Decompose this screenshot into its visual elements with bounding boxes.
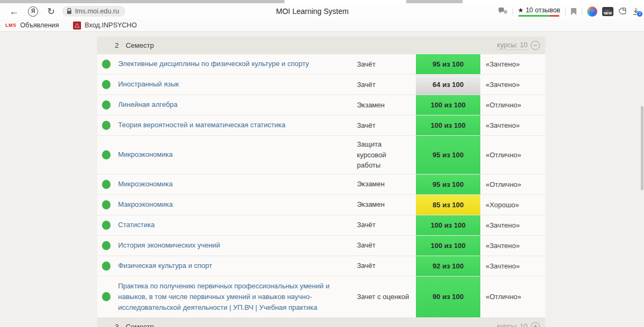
table-row: Микроэкономика Защита курсовой работы 95…: [97, 136, 545, 175]
course-link[interactable]: Элективные дисциплины по физической куль…: [118, 54, 357, 74]
semester-footer: 3 Семестр курсы: 10 +: [97, 318, 545, 327]
status-dot-icon: [102, 100, 111, 110]
grade-text: «Зачтено»: [480, 262, 545, 270]
grade-text: «Зачтено»: [480, 221, 545, 229]
semester-title: Семестр: [126, 323, 153, 327]
score-text: 85 из 100: [433, 201, 464, 209]
semester-title: Семестр: [126, 41, 153, 49]
plus-icon: +: [533, 323, 538, 327]
status-dot-icon: [102, 200, 111, 209]
inpsycho-favicon: [73, 21, 81, 30]
new-extension-icon[interactable]: ••• NEW: [602, 7, 613, 16]
yandex-icon: Я: [31, 9, 35, 14]
grade-text: «Зачтено»: [480, 121, 545, 129]
address-bar[interactable]: lms.moi.edu.ru: [62, 6, 126, 17]
bookmark-inpsycho[interactable]: Вход.INPSYCHO: [73, 21, 137, 30]
divider: [582, 8, 582, 16]
course-table-body: Элективные дисциплины по физической куль…: [97, 54, 545, 318]
assessment-type: Зачёт: [357, 216, 416, 234]
course-link[interactable]: Иностранный язык: [118, 75, 357, 94]
rating-bar-negative: [550, 15, 559, 17]
table-row: Микроэкономика Экзамен 95 из 100 «Отличн…: [97, 175, 545, 195]
minus-icon: −: [533, 42, 538, 49]
scrollbar-thumb[interactable]: [641, 106, 643, 190]
status-cell: [97, 215, 118, 235]
feedback-icon[interactable]: [498, 7, 508, 16]
table-row: История экономических учений Зачёт 100 и…: [97, 236, 545, 256]
courses-count-link[interactable]: курсы: 10: [497, 41, 528, 50]
score-badge: 100 из 100: [416, 236, 480, 256]
divider: [513, 8, 513, 16]
grade-text: «Отлично»: [480, 293, 545, 301]
expand-button[interactable]: +: [531, 322, 540, 327]
score-badge: 92 из 100: [416, 256, 480, 276]
back-button[interactable]: ←: [8, 6, 20, 16]
assessment-type: Зачёт: [357, 76, 416, 93]
yandex-button[interactable]: Я: [28, 6, 38, 17]
new-badge-label: NEW: [604, 11, 612, 15]
status-dot-icon: [102, 80, 111, 89]
course-link[interactable]: Линейная алгебра: [118, 95, 357, 114]
browser-extension-icon[interactable]: [587, 6, 597, 17]
grade-text: «Хорошо»: [480, 201, 545, 209]
score-text: 100 из 100: [430, 242, 465, 250]
table-row: Иностранный язык Зачёт 64 из 100 «Зачтен…: [97, 75, 545, 95]
toolbar-right-icons: ★ 10 отзывов ••• NEW: [498, 3, 640, 19]
table-row: Теория вероятностей и математическая ста…: [97, 115, 545, 136]
bookmark-label: Вход.INPSYCHO: [85, 21, 137, 29]
url-text: lms.moi.edu.ru: [75, 8, 119, 15]
course-link[interactable]: Микроэкономика: [118, 175, 357, 194]
grade-text: «Зачтено»: [480, 242, 545, 250]
score-badge: 100 из 100: [416, 215, 480, 235]
status-dot-icon: [102, 180, 111, 189]
grade-text: «Зачтено»: [480, 60, 545, 68]
table-row: Физическая культура и спорт Зачёт 92 из …: [97, 256, 545, 277]
course-link[interactable]: Макроэкономика: [118, 195, 357, 214]
course-link[interactable]: Статистика: [118, 215, 357, 235]
score-badge: 95 из 100: [416, 175, 480, 194]
assessment-type: Экзамен: [357, 176, 416, 193]
rating-bar-positive: [518, 15, 550, 17]
semester-number: 2: [115, 41, 119, 49]
assessment-type: Зачёт: [357, 56, 416, 73]
score-text: 95 из 100: [433, 60, 464, 68]
bookmarks-bar: LMS Объявления Вход.INPSYCHO: [0, 19, 644, 32]
lms-favicon: LMS: [5, 23, 17, 28]
course-link[interactable]: Микроэкономика: [118, 145, 357, 164]
assessment-type: Зачет с оценкой: [357, 288, 416, 306]
star-icon: ★: [518, 6, 524, 14]
score-badge: 64 из 100: [416, 75, 480, 95]
courses-count-link[interactable]: курсы: 10: [497, 322, 528, 327]
table-row: Элективные дисциплины по физической куль…: [97, 54, 545, 75]
score-text: 100 из 100: [430, 221, 465, 229]
lock-icon: [67, 8, 72, 14]
status-cell: [97, 256, 118, 276]
collapse-button[interactable]: −: [531, 41, 540, 50]
bookmark-icon[interactable]: [570, 8, 577, 16]
status-cell: [97, 175, 118, 194]
status-cell: [97, 115, 118, 135]
download-count-badge: 2: [636, 11, 643, 17]
status-cell: [97, 54, 118, 74]
hand-extension-icon[interactable]: [618, 8, 627, 16]
browser-window: ← Я ↻ lms.moi.edu.ru MOI Learning System…: [0, 0, 644, 327]
semester-number: 3: [115, 323, 119, 327]
status-cell: [97, 136, 118, 174]
reload-button[interactable]: ↻: [45, 7, 57, 16]
bookmark-announcements[interactable]: LMS Объявления: [5, 21, 59, 29]
reload-icon: ↻: [47, 7, 55, 16]
reviews-count: 10 отзывов: [525, 6, 560, 14]
divider: [565, 8, 566, 16]
assessment-type: Зачёт: [357, 117, 416, 134]
extension-inner-circle: [589, 8, 596, 14]
course-link[interactable]: Физическая культура и спорт: [118, 256, 357, 275]
course-link[interactable]: Практика по получению первичных професси…: [118, 277, 357, 317]
downloads-button[interactable]: 2: [632, 8, 640, 16]
grades-table: 2 Семестр курсы: 10 − Элективные дисципл…: [97, 37, 545, 327]
course-link[interactable]: История экономических учений: [118, 236, 357, 255]
back-icon: ←: [9, 6, 19, 16]
reviews-button[interactable]: ★ 10 отзывов: [518, 6, 560, 17]
course-link[interactable]: Теория вероятностей и математическая ста…: [118, 115, 357, 135]
score-text: 100 из 100: [430, 121, 465, 129]
table-row: Макроэкономика Экзамен 85 из 100 «Хорошо…: [97, 195, 545, 215]
